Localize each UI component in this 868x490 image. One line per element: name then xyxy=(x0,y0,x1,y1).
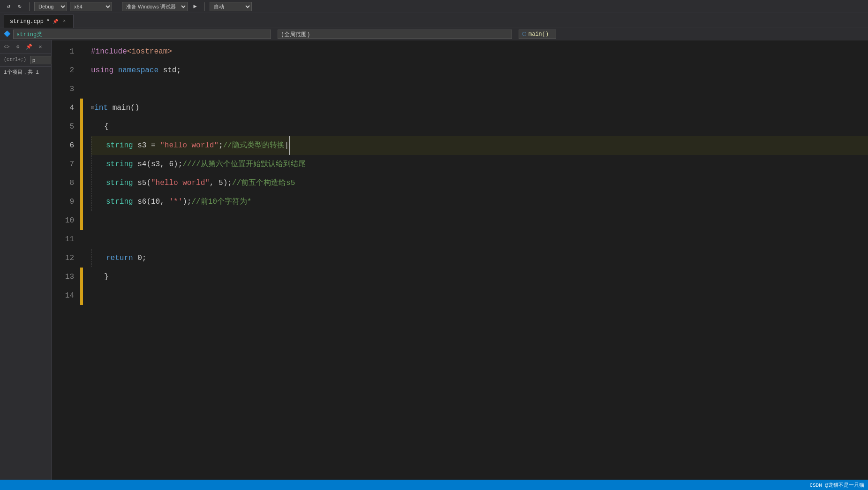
line-num-7: 7 xyxy=(63,155,74,174)
main-area: <> ⚙ 📌 ✕ (Ctrl+;) 🔍 ▼ 1个项目，共 1 1 2 3 4 5… xyxy=(0,40,868,480)
line-num-2: 2 xyxy=(63,61,74,80)
code-line-4: ⊟ int main() xyxy=(91,99,868,117)
settings-button[interactable]: ⚙ xyxy=(13,42,23,52)
toolbar-separator-3 xyxy=(204,2,205,11)
redo-button[interactable]: ↻ xyxy=(15,2,24,11)
nav-bar: 🔷 string类 (全局范围) ⬡ main() xyxy=(0,28,868,40)
undo-button[interactable]: ↺ xyxy=(4,2,13,11)
comment-9: //前10个字符为* xyxy=(191,192,251,211)
credit-text: CSDN @龙猫不是一只猫 xyxy=(809,482,864,489)
tree-item[interactable]: 1个项目，共 1 xyxy=(0,68,51,77)
class-dropdown[interactable]: string类 xyxy=(13,30,271,39)
line-num-12: 12 xyxy=(63,249,74,268)
string-literal-6: "hello world" xyxy=(160,136,219,155)
string-keyword-9: string xyxy=(106,192,133,211)
include-keyword: #include xyxy=(91,42,127,61)
sidebar-tree: 1个项目，共 1 xyxy=(0,67,51,480)
indicator-7 xyxy=(80,155,83,174)
indicator-4 xyxy=(80,99,83,117)
include-path: <iostream> xyxy=(127,42,172,61)
line-num-14: 14 xyxy=(63,286,74,305)
line-num-8: 8 xyxy=(63,174,74,192)
toolbar-separator xyxy=(29,2,30,11)
code-line-14 xyxy=(91,286,868,305)
code-line-3 xyxy=(91,80,868,99)
toolbar: ↺ ↻ Debug x64 准备 Windows 调试器 ▶ 自动 xyxy=(0,0,868,13)
code-content[interactable]: #include<iostream> using namespace std; … xyxy=(83,40,868,480)
string-literal-8: "hello world" xyxy=(151,174,210,192)
namespace-keyword: namespace xyxy=(118,61,159,80)
tab-filename: string.cpp xyxy=(10,18,44,25)
line-num-5: 5 xyxy=(63,117,74,136)
tab-bar: string.cpp * 📌 × xyxy=(0,13,868,28)
line-num-3: 3 xyxy=(63,80,74,99)
indicator-3 xyxy=(80,80,83,99)
debug-config-select[interactable]: Debug xyxy=(34,2,67,11)
open-brace: { xyxy=(104,117,109,136)
class-icon: 🔷 xyxy=(3,31,11,38)
auto-select[interactable]: 自动 xyxy=(210,2,252,11)
indicator-8 xyxy=(80,174,83,192)
string-keyword-8: string xyxy=(106,174,133,192)
code-line-13: } xyxy=(91,268,868,286)
string-keyword-6: string xyxy=(106,136,133,155)
int-keyword: int xyxy=(94,99,108,117)
indicator-9 xyxy=(80,192,83,211)
code-line-6: string s3 = "hello world";//隐式类型的转换| xyxy=(91,136,868,155)
platform-config-select[interactable]: x64 xyxy=(70,2,112,11)
comment-8: //前五个构造给s5 xyxy=(232,174,295,192)
sidebar-shortcut-label: (Ctrl+;) xyxy=(2,56,28,63)
code-line-7: string s4(s3, 6);////从第六个位置开始默认给到结尾 xyxy=(91,155,868,174)
code-line-1: #include<iostream> xyxy=(91,42,868,61)
indicator-11 xyxy=(80,230,83,249)
indicator-10 xyxy=(80,211,83,230)
line-num-1: 1 xyxy=(63,42,74,61)
sidebar-search-area: (Ctrl+;) 🔍 ▼ xyxy=(0,54,51,67)
line-num-6: 6 xyxy=(63,136,74,155)
line-num-13: 13 xyxy=(63,268,74,286)
change-indicator-bar xyxy=(80,40,83,480)
pin-button[interactable]: 📌 xyxy=(24,42,34,52)
tab-pin-icon[interactable]: 📌 xyxy=(53,19,58,24)
tab-close-button[interactable]: × xyxy=(61,18,68,25)
sidebar-toolbar: <> ⚙ 📌 ✕ xyxy=(0,40,51,54)
char-literal-9: '*' xyxy=(169,192,182,211)
comment-7: ////从第六个位置开始默认给到结尾 xyxy=(182,155,305,174)
toolbar-separator-2 xyxy=(117,2,117,11)
code-line-2: using namespace std; xyxy=(91,61,868,80)
fold-button[interactable]: ⊟ xyxy=(91,99,94,117)
comment-6: //隐式类型的转换 xyxy=(223,136,285,155)
code-view-button[interactable]: <> xyxy=(2,42,11,52)
return-keyword: return xyxy=(106,249,133,268)
scope-dropdown[interactable]: (全局范围) xyxy=(278,30,512,39)
code-line-5: { xyxy=(91,117,868,136)
code-line-8: string s5("hello world", 5);//前五个构造给s5 xyxy=(91,174,868,192)
indicator-13 xyxy=(80,268,83,286)
indicator-1 xyxy=(80,42,83,61)
line-num-10: 10 xyxy=(63,211,74,230)
cursor-6: | xyxy=(285,136,290,155)
func-icon: ⬡ xyxy=(522,31,527,37)
platform-select[interactable]: 准备 Windows 调试器 xyxy=(122,2,188,11)
code-line-10 xyxy=(91,211,868,230)
toolbar-icons: ↺ ↻ xyxy=(4,2,24,11)
code-line-11 xyxy=(91,230,868,249)
line-num-4: 4 xyxy=(63,99,74,117)
indicator-14 xyxy=(80,286,83,305)
file-tab[interactable]: string.cpp * 📌 × xyxy=(4,15,74,28)
indicator-5 xyxy=(80,117,83,136)
func-dropdown[interactable]: ⬡ main() xyxy=(519,30,556,39)
code-line-12: return 0; xyxy=(91,249,868,268)
indicator-2 xyxy=(80,61,83,80)
code-line-9: string s6(10, '*');//前10个字符为* xyxy=(91,192,868,211)
string-keyword-7: string xyxy=(106,155,133,174)
indicator-6 xyxy=(80,136,83,155)
indicator-12 xyxy=(80,249,83,268)
code-editor[interactable]: 1 2 3 4 5 6 7 8 9 10 11 12 13 14 xyxy=(52,40,868,480)
run-button[interactable]: ▶ xyxy=(190,2,200,11)
using-keyword: using xyxy=(91,61,113,80)
close-brace: } xyxy=(104,268,109,286)
line-numbers: 1 2 3 4 5 6 7 8 9 10 11 12 13 14 xyxy=(52,40,80,480)
close-sidebar-button[interactable]: ✕ xyxy=(36,42,45,52)
tab-modified-indicator: * xyxy=(46,18,50,25)
